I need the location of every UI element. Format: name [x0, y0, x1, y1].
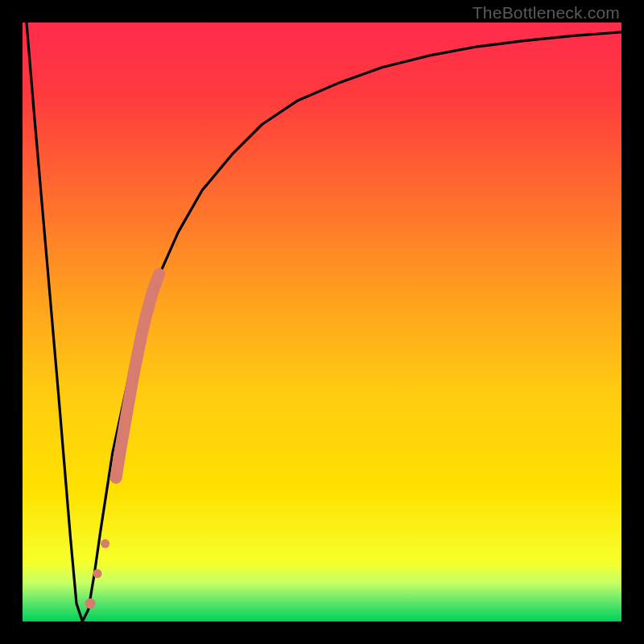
- green-band: [23, 585, 621, 621]
- svg-point-1: [93, 569, 102, 578]
- plot-svg: [23, 23, 621, 621]
- svg-point-2: [101, 539, 109, 548]
- gradient-background: [23, 23, 621, 621]
- svg-point-0: [85, 598, 96, 609]
- plot-frame: [23, 23, 621, 621]
- watermark-text: TheBottleneck.com: [473, 3, 620, 23]
